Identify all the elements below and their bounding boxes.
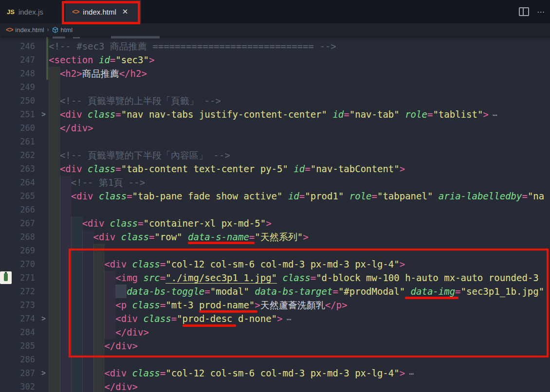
code-token: <!-- #sec3 商品推薦 ========================… (49, 41, 336, 52)
code-token: <section (49, 54, 99, 65)
code-token: <!-- 第1頁 --> (71, 177, 145, 188)
gutter[interactable]: 284 (0, 325, 49, 339)
more-actions-icon[interactable]: ⋯ (537, 7, 545, 17)
code-line[interactable]: 261 (0, 135, 550, 148)
code-token: class (121, 232, 149, 242)
breadcrumb-item-html[interactable]: html (52, 26, 73, 34)
gutter[interactable]: 248 (0, 67, 49, 80)
gutter[interactable]: 265 (0, 189, 49, 203)
gutter[interactable]: 251> (0, 107, 49, 121)
code-cell: <div class="row" data-s-name="天然系列"> (49, 230, 550, 244)
code-token: <div (71, 191, 99, 201)
git-added-indicator (46, 37, 48, 80)
code-token: <div (60, 163, 88, 174)
code-line[interactable]: 250<!-- 頁籤導覽的上半段「頁籤」 --> (0, 94, 550, 107)
code-token: = (249, 232, 255, 242)
code-token: "container-xl px-md-5" (143, 218, 266, 229)
split-editor-icon[interactable] (519, 7, 529, 16)
code-token: "nav-tab" (349, 109, 405, 120)
gutter[interactable]: 260 (0, 121, 49, 135)
code-token: > (303, 232, 308, 242)
code-token: "na (528, 191, 544, 201)
code-token: ⋯ (493, 110, 497, 120)
code-text: </div> (49, 380, 138, 392)
code-line[interactable]: 251><div class="nav nav-tabs justify-con… (0, 107, 550, 121)
gutter[interactable]: 247 (0, 53, 49, 67)
line-number: 270 (6, 257, 35, 271)
line-number: 260 (6, 121, 35, 135)
fold-chevron-icon[interactable]: > (41, 312, 46, 325)
line-number: 261 (6, 135, 35, 148)
gutter[interactable]: 287> (0, 366, 49, 380)
gutter[interactable]: 302 (0, 380, 49, 392)
code-text: <section id="sec3"> (49, 53, 154, 67)
code-cell: <h2>商品推薦</h2> (49, 67, 550, 80)
code-line[interactable]: 263<div class="tab-content text-center p… (0, 162, 550, 176)
code-token: id (332, 109, 344, 120)
code-cell (49, 203, 550, 216)
code-line[interactable]: 266 (0, 203, 550, 216)
tab-index-js[interactable]: JS index.js (0, 0, 63, 23)
code-token: class (99, 191, 127, 201)
code-line[interactable]: 247<section id="sec3"> (0, 53, 550, 67)
code-token: = (115, 109, 121, 120)
code-text: <div class="container-xl px-md-5"> (49, 216, 272, 230)
gutter[interactable]: 269 (0, 244, 49, 257)
gutter[interactable]: 263 (0, 162, 49, 176)
code-line[interactable]: 302</div> (0, 380, 550, 392)
line-number: 263 (6, 162, 35, 176)
line-number: 249 (6, 80, 35, 94)
code-token: = (115, 163, 121, 174)
gutter[interactable]: 262 (0, 148, 49, 162)
gutter[interactable]: 267 (0, 216, 49, 230)
html-file-icon: <> (6, 26, 13, 34)
code-cell: <div class="container-xl px-md-5"> (49, 216, 550, 230)
gutter[interactable]: 264 (0, 176, 49, 189)
line-number: 302 (6, 380, 35, 392)
js-file-icon: JS (7, 8, 15, 16)
line-number: 284 (6, 325, 35, 339)
code-token: = (110, 54, 115, 65)
code-line[interactable]: 265<div class="tab-pane fade show active… (0, 189, 550, 203)
gutter[interactable]: 266 (0, 203, 49, 216)
code-line[interactable]: 268<div class="row" data-s-name="天然系列"> (0, 230, 550, 244)
gutter[interactable]: 268 (0, 230, 49, 244)
code-line[interactable]: 260</div> (0, 121, 550, 135)
code-token: 商品推薦 (82, 68, 119, 79)
gutter[interactable]: 285 (0, 339, 49, 353)
code-text: <h2>商品推薦</h2> (49, 67, 147, 80)
gutter[interactable]: 249 (0, 80, 49, 94)
code-line[interactable]: 264<!-- 第1頁 --> (0, 176, 550, 189)
annotation-underline-prod-name (199, 310, 257, 313)
code-token: "天然系列" (255, 232, 303, 242)
annotation-box-active-tab (62, 1, 140, 24)
code-token: <div (104, 368, 132, 378)
line-number: 264 (6, 176, 35, 189)
breadcrumb-item-file[interactable]: <> index.html (6, 26, 44, 34)
code-line[interactable]: 246<!-- #sec3 商品推薦 =====================… (0, 39, 550, 53)
code-line[interactable]: 267<div class="container-xl px-md-5"> (0, 216, 550, 230)
code-cell: <!-- #sec3 商品推薦 ========================… (49, 39, 550, 53)
tab-label: index.js (18, 8, 43, 16)
gutter[interactable]: 250 (0, 94, 49, 107)
gutter[interactable]: 261 (0, 135, 49, 148)
code-token: > (400, 368, 405, 378)
code-line[interactable]: 262<!-- 頁籤導覽的下半段「內容區」 --> (0, 148, 550, 162)
gutter[interactable]: 272 (0, 285, 49, 298)
line-number: 267 (6, 216, 35, 230)
fold-chevron-icon[interactable]: > (41, 107, 46, 121)
fold-chevron-icon[interactable]: > (41, 366, 46, 380)
gutter[interactable]: 274> (0, 312, 49, 325)
code-text: <div class="tab-pane fade show active" i… (49, 189, 544, 203)
code-line[interactable]: 287><div class="col-12 col-sm-6 col-md-3… (0, 366, 550, 380)
code-cell: <div class="tab-pane fade show active" i… (49, 189, 550, 203)
code-line[interactable]: 248<h2>商品推薦</h2> (0, 67, 550, 80)
code-line[interactable]: 249 (0, 80, 550, 94)
gutter[interactable]: 286 (0, 353, 49, 366)
clipped-line-fragment (53, 36, 65, 38)
gutter[interactable]: 271 (0, 271, 49, 285)
line-number: 250 (6, 94, 35, 107)
gutter[interactable]: 273 (0, 298, 49, 312)
gutter[interactable]: 270 (0, 257, 49, 271)
gutter[interactable]: 246 (0, 39, 49, 53)
